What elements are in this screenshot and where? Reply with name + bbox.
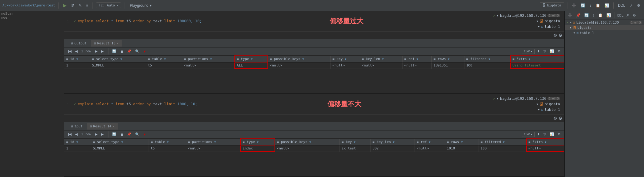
b-chart-table-btn[interactable]: 📊 [548, 132, 555, 137]
top-config-btn[interactable]: ⚙ [558, 32, 563, 38]
col-kl-filter[interactable]: ▼ [382, 58, 384, 61]
col-type-filter[interactable]: ▼ [251, 58, 252, 61]
b-refresh-table-btn[interactable]: 🔄 [111, 132, 118, 137]
chart-button[interactable]: 📊 [603, 3, 610, 8]
timer-button[interactable]: ⏱ [70, 3, 76, 8]
next-page-btn[interactable]: ▶ [94, 49, 99, 54]
rp-pin-btn[interactable]: 📌 [575, 13, 582, 18]
col-id-filter[interactable]: ▼ [76, 58, 78, 61]
stop-btn[interactable]: ⏹ [119, 49, 125, 54]
col-rows-filter[interactable]: ▼ [448, 58, 449, 61]
menu-button[interactable]: ≡ [85, 3, 89, 8]
b-col-part-filter[interactable]: ▼ [214, 141, 216, 144]
b-col-id-filter[interactable]: ▼ [76, 141, 78, 144]
b-col-ref-filter[interactable]: ▼ [429, 141, 430, 144]
csv-export-btn[interactable]: CSV ▾ [522, 49, 535, 54]
search-btn[interactable]: 🔍 [134, 49, 141, 54]
rp-copy-btn[interactable]: 📋 [597, 13, 604, 18]
sync-button[interactable]: ↕ [588, 3, 593, 8]
b-col-pk-filter[interactable]: ▼ [309, 141, 311, 144]
playground-button[interactable]: Playground ▾ [127, 3, 154, 8]
b-cell-filtered-1: 100 [479, 145, 526, 152]
b-csv-export-btn[interactable]: CSV ▾ [522, 132, 535, 137]
top-conn-info: ✓ ▾ bigdata@192.168.7.130 1 of 5 ▾ 🗄 big… [491, 13, 562, 29]
table-icon: ⊞ [541, 24, 543, 29]
chart-table-btn[interactable]: 📊 [548, 49, 555, 54]
col-ref-filter[interactable]: ▼ [417, 58, 418, 61]
b-filter-btn[interactable]: ▼ [142, 132, 148, 137]
result14-tab[interactable]: ⊞ Result 14 × [87, 123, 118, 130]
b-prev-page-btn[interactable]: ◀ [74, 132, 79, 137]
funnel-btn[interactable]: ▽ [542, 49, 547, 54]
rp-sync-btn[interactable]: ↕ [591, 13, 596, 18]
b-download-btn[interactable]: ⬇ [536, 132, 541, 137]
bottom-config-btn[interactable]: ⚙ [558, 115, 563, 121]
col-pk-filter[interactable]: ▼ [302, 58, 304, 61]
ddl-button[interactable]: DDL [617, 3, 627, 8]
rp-refresh-btn[interactable]: 🔄 [583, 13, 590, 18]
b-col-tbl-filter[interactable]: ▼ [167, 141, 169, 144]
output-tab[interactable]: 🖥 Output [67, 40, 90, 47]
col-table-filter[interactable]: ▼ [164, 58, 166, 61]
result13-tab[interactable]: ⊞ Result 13 × [91, 40, 122, 47]
bottom-settings-btn[interactable]: ⚙ [553, 115, 558, 121]
rp-chart-btn[interactable]: 📊 [605, 13, 612, 18]
b-pin-btn[interactable]: 📌 [126, 132, 133, 137]
filter-btn[interactable]: ▼ [142, 49, 148, 54]
refresh-table-btn[interactable]: 🔄 [111, 49, 118, 54]
rp-conn-table-1[interactable]: ▾ ⊞ table 1 [565, 30, 644, 36]
download-btn[interactable]: ⬇ [536, 49, 541, 54]
b-col-filt-filter[interactable]: ▼ [503, 141, 504, 144]
arrow-button[interactable]: ↗ [628, 3, 634, 8]
add-connection-button[interactable]: ➕ [570, 3, 578, 8]
rp-conn-arrow-db: ▾ [570, 26, 572, 30]
rp-settings-btn[interactable]: ⚙ [631, 13, 637, 18]
b-col-rows-filter[interactable]: ▼ [461, 141, 463, 144]
col-filtered-filter[interactable]: ▼ [489, 58, 490, 61]
b-col-st-filter[interactable]: ▼ [121, 141, 123, 144]
b-col-possible-keys: ≡ possible_keys ▼ [275, 139, 340, 145]
settings-table-btn[interactable]: ⚙ [556, 49, 562, 54]
last-page-btn[interactable]: ▶| [100, 49, 106, 54]
pin-btn[interactable]: 📌 [126, 49, 133, 54]
b-next-page-btn[interactable]: ▶ [94, 132, 99, 137]
b-first-page-btn[interactable]: |◀ [67, 132, 73, 137]
settings-icon-button[interactable]: ⚙ [636, 3, 642, 8]
top-settings-btn[interactable]: ⚙ [553, 32, 558, 38]
play-button[interactable]: ▶ [62, 2, 68, 9]
tc-label: Tc: Auto [99, 3, 115, 7]
b-last-page-btn[interactable]: ▶| [100, 132, 106, 137]
rp-add-btn[interactable]: ➕ [566, 13, 574, 18]
result13-tab-close[interactable]: × [117, 42, 119, 45]
tc-selector[interactable]: Tc: Auto ▾ [96, 2, 121, 8]
rp-arrow-btn[interactable]: ↗ [625, 13, 630, 18]
b-settings-table-btn[interactable]: ⚙ [556, 132, 562, 137]
col-select-type-filter[interactable]: ▼ [120, 58, 122, 61]
bottom-data-table-container: ≡ id ▼ ≡ select_type ▼ [64, 138, 564, 176]
rp-conn-host-1[interactable]: ✓ ▾ ⊡ bigdata@192.168.7.130 1 of 5 [565, 20, 644, 25]
b-col-kl-filter[interactable]: ▼ [393, 141, 394, 144]
top-settings-row: ⚙ ⚙ [64, 32, 564, 39]
col-extra-filter[interactable]: ▼ [529, 58, 530, 61]
results-wrapper: 1 ✓ explain select * from t5 order by te… [64, 11, 564, 177]
edit-button[interactable]: ✎ [78, 3, 83, 8]
prev-page-btn[interactable]: ◀ [74, 49, 79, 54]
b-search-btn[interactable]: 🔍 [134, 132, 141, 137]
output-tab-2[interactable]: 🖥 tput [67, 123, 86, 130]
first-page-btn[interactable]: |◀ [67, 49, 73, 54]
col-partitions-filter[interactable]: ▼ [210, 58, 212, 61]
b-col-type-filter[interactable]: ▼ [257, 141, 258, 144]
bottom-conn-status-icon: ✓ [493, 96, 495, 101]
col-extra-text: Extra [517, 57, 527, 61]
refresh-button[interactable]: 🔄 [579, 3, 586, 8]
b-col-extra-filter[interactable]: ▼ [545, 141, 546, 144]
b-stop-btn[interactable]: ⏹ [119, 132, 125, 137]
result14-tab-close[interactable]: × [113, 125, 115, 128]
b-funnel-btn[interactable]: ▽ [542, 132, 547, 137]
copy-button[interactable]: 📋 [594, 3, 601, 8]
bottom-conn-arrow-db: ▾ [536, 102, 538, 106]
rp-conn-db-1[interactable]: ▾ 🗄 bigdata [565, 25, 644, 30]
db-selector[interactable]: 🗄 bigdata [540, 2, 564, 8]
b-col-key-filter[interactable]: ▼ [354, 141, 355, 144]
col-key-filter[interactable]: ▼ [345, 58, 346, 61]
